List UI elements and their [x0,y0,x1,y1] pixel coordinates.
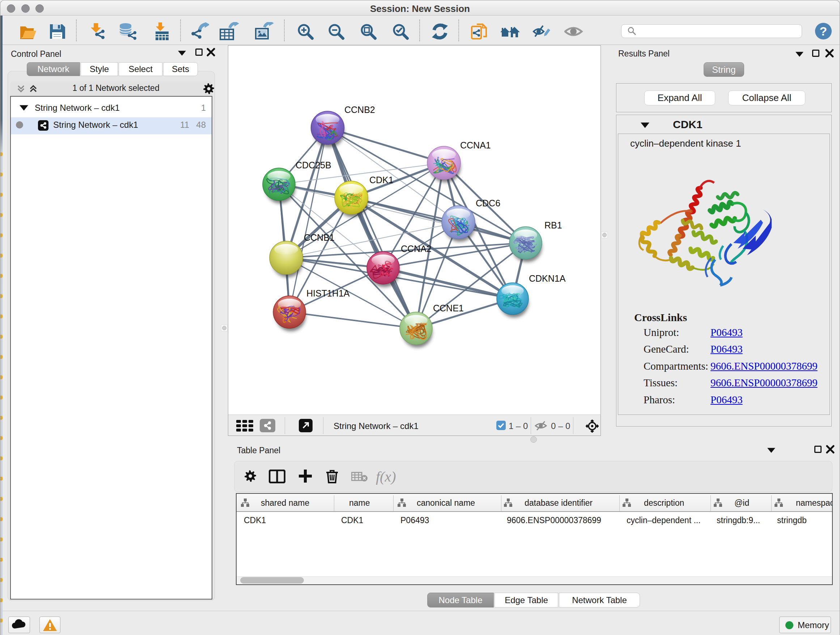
svg-text:CDKN1A: CDKN1A [529,273,566,283]
svg-text:CCNA2: CCNA2 [401,244,431,254]
svg-text:CDC25B: CDC25B [295,160,332,170]
svg-text:CDK1: CDK1 [369,175,393,185]
svg-text:CCNB1: CCNB1 [304,233,335,242]
svg-text:CCNE1: CCNE1 [433,303,464,313]
svg-text:HIST1H1A: HIST1H1A [306,288,350,298]
svg-text:CDC6: CDC6 [476,198,500,208]
svg-text:RB1: RB1 [545,220,562,230]
svg-text:CCNB2: CCNB2 [344,105,375,115]
svg-text:CCNA1: CCNA1 [460,140,491,150]
